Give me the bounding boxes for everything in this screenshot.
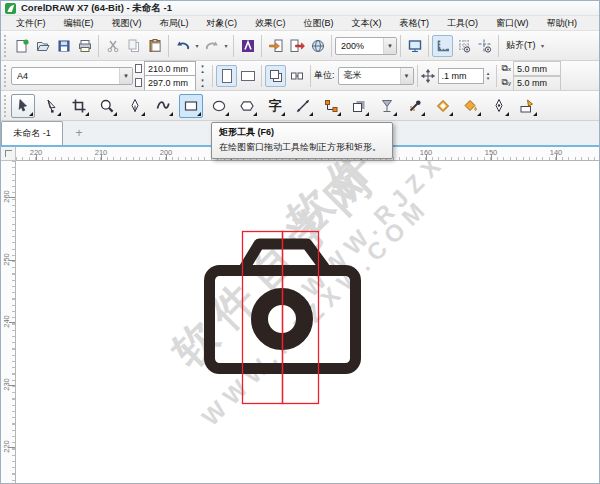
rectangle-tool[interactable] (179, 94, 203, 118)
new-tab-button[interactable]: + (69, 123, 89, 143)
show-guidelines-toggle[interactable] (474, 35, 495, 57)
show-rulers-toggle[interactable] (432, 35, 453, 57)
fill-tool[interactable] (431, 94, 455, 118)
canvas[interactable]: 软件自学网 WWW.RJZXW.COM 软件自学网 WWW.RJZXW.COM (16, 161, 600, 484)
duplicate-y-field[interactable]: 5.0 mm (513, 75, 561, 91)
vertical-ruler[interactable]: 260250240230220 (1, 161, 16, 484)
camera-viewfinder-shape[interactable] (245, 244, 324, 267)
toolbar-grip[interactable] (4, 65, 8, 87)
page-size-combobox[interactable]: A4 ▼ (11, 67, 133, 85)
print-button[interactable] (74, 35, 95, 57)
drop-shadow-tool[interactable] (347, 94, 371, 118)
export-button[interactable] (286, 35, 307, 57)
smart-fill-icon (463, 98, 479, 114)
toolbar-separator (98, 35, 99, 57)
menu-item-5[interactable]: 对象(C) (198, 16, 247, 31)
interactive-fill-tool[interactable] (515, 94, 539, 118)
all-pages-button[interactable] (265, 65, 286, 87)
toolbar-separator (261, 65, 262, 87)
redo-button[interactable] (201, 35, 222, 57)
dimension-tool[interactable] (291, 94, 315, 118)
current-page-button[interactable] (286, 65, 307, 87)
undo-dropdown-arrow[interactable]: ▾ (193, 42, 201, 49)
import-button[interactable] (265, 35, 286, 57)
transparency-tool[interactable] (375, 94, 399, 118)
menu-item-9[interactable]: 表格(T) (391, 16, 439, 31)
pen-tool[interactable] (487, 94, 511, 118)
pick-tool[interactable] (11, 94, 35, 118)
new-document-button[interactable] (11, 35, 32, 57)
menu-item-10[interactable]: 工具(O) (438, 16, 487, 31)
hruler-major-tick (101, 154, 102, 160)
save-button[interactable] (53, 35, 74, 57)
pick-icon (15, 98, 31, 114)
page-height-field[interactable]: 297.0 mm (144, 75, 196, 91)
combobox-arrow-icon[interactable]: ▼ (400, 68, 413, 84)
toolbar-separator (498, 35, 499, 57)
shape-icon (43, 98, 59, 114)
toolbar-separator (261, 35, 262, 57)
zoom-tool[interactable] (95, 94, 119, 118)
color-eyedropper-tool[interactable] (403, 94, 427, 118)
redo-dropdown-arrow[interactable]: ▾ (222, 42, 230, 49)
open-document-button[interactable] (32, 35, 53, 57)
toolbar-grip[interactable] (4, 95, 8, 117)
smart-fill-tool[interactable] (459, 94, 483, 118)
nudge-spinner[interactable]: ▴▾ (484, 71, 493, 81)
vruler-major-tick (9, 385, 15, 386)
search-content-button[interactable] (237, 35, 258, 57)
combobox-arrow-icon[interactable]: ▼ (383, 38, 396, 54)
hruler-major-tick (426, 154, 427, 160)
menu-item-4[interactable]: 布局(L) (151, 16, 198, 31)
ruler-origin-icon (5, 150, 12, 157)
property-bar: A4 ▼ 210.0 mm ▾▴ 297.0 mm ▾▴ 单位: 毫米 ▼ (1, 61, 600, 91)
connector-tool[interactable] (319, 94, 343, 118)
menu-item-7[interactable]: 位图(B) (295, 16, 343, 31)
fill-icon (435, 98, 451, 114)
zoom-icon (99, 98, 115, 114)
toolbar-grip[interactable] (4, 35, 8, 57)
document-tab[interactable]: 未命名 -1 (1, 121, 63, 145)
page-height-spinner[interactable]: ▾▴ (198, 78, 207, 88)
nudge-offset-field[interactable]: .1 mm (438, 68, 484, 84)
units-label: 单位: (314, 69, 335, 82)
cut-button[interactable] (102, 35, 123, 57)
dimension-icon (295, 98, 311, 114)
freehand-tool[interactable] (123, 94, 147, 118)
menu-item-1[interactable]: 文件(F) (7, 16, 55, 31)
ellipse-tool[interactable] (207, 94, 231, 118)
undo-button[interactable] (172, 35, 193, 57)
page-width-spinner[interactable]: ▾▴ (198, 64, 207, 74)
full-screen-preview-button[interactable] (404, 35, 425, 57)
duplicate-x-icon: ⧉x (502, 63, 511, 74)
ruler-origin[interactable] (1, 147, 16, 161)
drop-shadow-icon (351, 98, 367, 114)
combobox-arrow-icon[interactable]: ▼ (119, 68, 132, 84)
crop-tool[interactable] (67, 94, 91, 118)
portrait-orientation-button[interactable] (216, 65, 237, 87)
portrait-page-icon (222, 69, 232, 83)
units-combobox[interactable]: 毫米 ▼ (338, 67, 414, 85)
page-size-value: A4 (17, 71, 28, 81)
zoom-level-combobox[interactable]: 200% ▼ (335, 37, 397, 55)
menu-item-2[interactable]: 编辑(E) (55, 16, 103, 31)
copy-button[interactable] (123, 35, 144, 57)
text-tool[interactable]: 字 (263, 94, 287, 118)
curve-tool[interactable] (151, 94, 175, 118)
snap-to-dropdown[interactable]: 贴齐(T) ▾ (502, 37, 551, 54)
shape-tool[interactable] (39, 94, 63, 118)
landscape-orientation-button[interactable] (237, 65, 258, 87)
show-grid-toggle[interactable] (453, 35, 474, 57)
menu-item-12[interactable]: 帮助(H) (538, 16, 587, 31)
polygon-icon (239, 98, 255, 114)
app-launcher-button[interactable] (307, 35, 328, 57)
hruler-major-tick (36, 154, 37, 160)
menu-item-3[interactable]: 视图(V) (103, 16, 151, 31)
hruler-major-tick (166, 154, 167, 160)
polygon-tool[interactable] (235, 94, 259, 118)
paste-button[interactable] (144, 35, 165, 57)
menu-item-11[interactable]: 窗口(W) (487, 16, 538, 31)
toolbar-separator (168, 35, 169, 57)
menu-item-6[interactable]: 效果(C) (246, 16, 295, 31)
menu-item-8[interactable]: 文本(X) (343, 16, 391, 31)
